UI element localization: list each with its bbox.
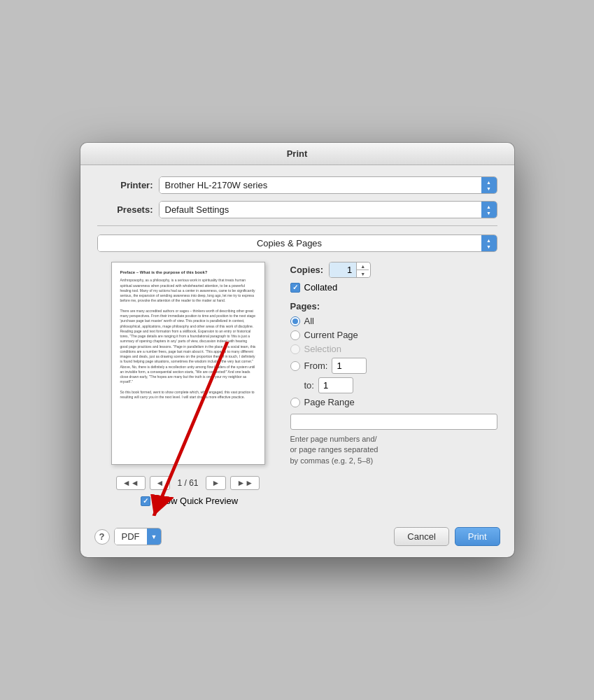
right-panel: Copies: ▲ ▼ Collated xyxy=(290,262,497,506)
dialog-title: Print xyxy=(287,148,308,159)
pages-to-input[interactable] xyxy=(318,377,353,393)
panel-selector-stepper[interactable]: ▲ ▼ xyxy=(481,235,497,251)
printer-stepper[interactable]: ▲ ▼ xyxy=(481,177,497,193)
bottom-right: Cancel Print xyxy=(394,527,500,546)
copies-field[interactable]: ▲ ▼ xyxy=(329,262,371,278)
printer-label: Printer: xyxy=(97,180,153,190)
main-body: Preface – What is the purpose of this bo… xyxy=(97,262,497,506)
divider xyxy=(97,225,497,226)
preview-area: Preface – What is the purpose of this bo… xyxy=(97,262,279,506)
page-preview: Preface – What is the purpose of this bo… xyxy=(111,262,265,465)
copies-increment[interactable]: ▲ xyxy=(357,262,369,270)
panel-down-icon: ▼ xyxy=(486,244,491,249)
pages-from-row: From: xyxy=(290,358,497,374)
pages-all-radio[interactable] xyxy=(290,316,300,326)
presets-row: Presets: Default Settings ▲ ▼ xyxy=(97,201,497,218)
pages-current-label: Current Page xyxy=(304,330,358,340)
pages-selection-label: Selection xyxy=(304,344,341,354)
prev-page-button[interactable]: ◄ xyxy=(150,476,171,490)
pages-range-radio[interactable] xyxy=(290,398,300,407)
cancel-button[interactable]: Cancel xyxy=(394,527,448,546)
panel-selector[interactable]: Copies & Pages ▲ ▼ xyxy=(97,234,497,252)
pdf-dropdown-icon: ▼ xyxy=(151,533,157,540)
show-preview-label: Show Quick Preview xyxy=(155,496,238,506)
presets-stepper[interactable]: ▲ ▼ xyxy=(481,202,497,218)
pages-section: Pages: All Current Page xyxy=(290,301,497,466)
pages-selection-row: Selection xyxy=(290,344,497,354)
pages-from-label: From: xyxy=(304,360,328,371)
show-preview-row: Show Quick Preview xyxy=(138,496,238,506)
pages-hint: Enter page numbers and/or page ranges se… xyxy=(290,434,497,466)
show-preview-checkbox[interactable] xyxy=(141,496,150,506)
presets-select[interactable]: Default Settings ▲ ▼ xyxy=(159,201,497,218)
copies-decrement[interactable]: ▼ xyxy=(357,270,369,277)
pages-range-row: Page Range xyxy=(290,397,497,407)
next-page-button[interactable]: ► xyxy=(206,476,227,490)
print-dialog: Print Printer: Brother HL-2170W series ▲… xyxy=(80,143,514,557)
pages-label: Pages: xyxy=(290,301,497,312)
preview-title: Preface – What is the purpose of this bo… xyxy=(120,270,256,275)
copies-row: Copies: ▲ ▼ xyxy=(290,262,497,278)
pdf-dropdown-button[interactable]: ▼ xyxy=(147,528,162,545)
copies-label: Copies: xyxy=(290,265,324,275)
presets-up-icon: ▲ xyxy=(486,204,491,209)
printer-down-icon: ▼ xyxy=(486,186,491,191)
first-page-button[interactable]: ◄◄ xyxy=(116,476,146,490)
bottom-bar: ? PDF ▼ Cancel Print xyxy=(80,520,514,557)
presets-value: Default Settings xyxy=(160,202,481,218)
pages-from-radio[interactable] xyxy=(290,361,300,371)
last-page-button[interactable]: ►► xyxy=(230,476,260,490)
nav-controls: ◄◄ ◄ 1 / 61 ► ►► xyxy=(116,476,260,490)
collated-row: Collated xyxy=(290,282,497,293)
preview-wrapper: Preface – What is the purpose of this bo… xyxy=(111,262,265,465)
preview-body: Anthroposophy, as a philosophy, is a ser… xyxy=(120,278,256,400)
collated-checkbox[interactable] xyxy=(290,283,300,293)
help-button[interactable]: ? xyxy=(94,529,110,545)
pages-range-label: Page Range xyxy=(304,397,355,407)
pages-to-row: to: xyxy=(290,377,497,393)
copies-stepper: ▲ ▼ xyxy=(356,262,369,277)
pdf-button[interactable]: PDF xyxy=(115,528,147,545)
pages-current-row: Current Page xyxy=(290,330,497,340)
panel-selector-value: Copies & Pages xyxy=(98,235,481,251)
print-button[interactable]: Print xyxy=(455,527,500,546)
presets-label: Presets: xyxy=(97,204,153,215)
page-indicator: 1 / 61 xyxy=(174,478,201,488)
preview-content: Preface – What is the purpose of this bo… xyxy=(112,262,264,407)
printer-up-icon: ▲ xyxy=(486,180,491,185)
title-bar: Print xyxy=(80,143,514,165)
copies-input[interactable] xyxy=(330,262,356,277)
pages-current-radio[interactable] xyxy=(290,330,300,340)
printer-value: Brother HL-2170W series xyxy=(160,177,481,193)
collated-label: Collated xyxy=(304,282,338,293)
pages-all-row: All xyxy=(290,316,497,326)
pages-to-label: to: xyxy=(304,380,314,391)
pdf-button-group: PDF ▼ xyxy=(114,528,162,545)
presets-down-icon: ▼ xyxy=(486,211,491,216)
pages-range-input[interactable] xyxy=(290,414,497,430)
printer-row: Printer: Brother HL-2170W series ▲ ▼ xyxy=(97,176,497,194)
pages-all-label: All xyxy=(304,316,314,326)
panel-up-icon: ▲ xyxy=(486,238,491,243)
bottom-left: ? PDF ▼ xyxy=(94,528,162,545)
pages-selection-radio xyxy=(290,344,300,354)
pages-from-input[interactable] xyxy=(332,358,367,374)
printer-select[interactable]: Brother HL-2170W series ▲ ▼ xyxy=(159,176,497,194)
